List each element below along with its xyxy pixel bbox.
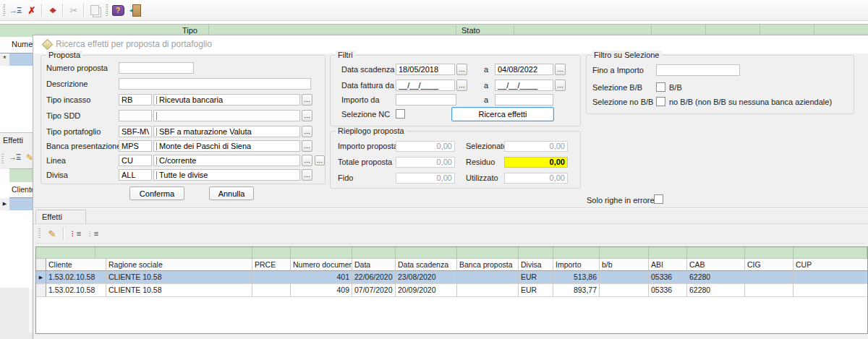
cell-cup[interactable]	[793, 284, 867, 297]
column-header[interactable]: PRCE	[252, 259, 291, 271]
data-scadenza-da-input[interactable]	[396, 64, 455, 75]
cell-data[interactable]: 22/06/2020	[352, 271, 396, 284]
column-header[interactable]: CIG	[745, 259, 793, 271]
column-header[interactable]: Data scadenza	[396, 259, 457, 271]
cell-cab[interactable]: 62280	[687, 271, 745, 284]
cell-cup[interactable]	[793, 271, 867, 284]
cell-bb[interactable]	[600, 284, 649, 297]
annulla-button[interactable]: Annulla	[209, 186, 254, 200]
cell-prce[interactable]	[252, 271, 291, 284]
ricerca-effetti-button[interactable]: Ricerca effetti	[451, 107, 554, 121]
data-fattura-da-input[interactable]	[396, 80, 455, 91]
cell-cab[interactable]: 62280	[687, 284, 745, 297]
linea-lookup-button[interactable]: …	[302, 155, 312, 166]
data-scadenza-a-calendar-button[interactable]: …	[555, 64, 566, 75]
row-indicator-cell[interactable]	[36, 284, 46, 297]
column-header[interactable]: Divisa	[519, 259, 553, 271]
cell-prce[interactable]	[252, 284, 291, 297]
tipo-incasso-lookup-button[interactable]: …	[302, 94, 312, 106]
tipo-incasso-code-input[interactable]	[119, 94, 152, 106]
toolbar-grip[interactable]	[106, 4, 108, 16]
data-fattura-a-calendar-button[interactable]: …	[555, 80, 566, 91]
cell-cliente[interactable]: 1.53.02.10.58	[46, 284, 106, 297]
column-header[interactable]: CAB	[687, 259, 745, 271]
background-selected-row[interactable]	[9, 53, 33, 66]
tipo-portafoglio-lookup-button[interactable]: …	[302, 126, 312, 137]
cell-banca-proposta[interactable]	[457, 271, 519, 284]
divisa-lookup-button[interactable]: …	[302, 169, 312, 181]
data-fattura-da-calendar-button[interactable]: …	[456, 80, 467, 91]
effetti-row[interactable]: ▶ 1.53.02.10.58 CLIENTE 10.58 401 22/06/…	[36, 271, 867, 284]
background-selected-row[interactable]	[9, 198, 33, 210]
solo-righe-checkbox[interactable]	[654, 194, 663, 204]
cell-data-scadenza[interactable]: 23/08/2020	[396, 271, 457, 284]
effetti-row[interactable]: 1.53.02.10.58 CLIENTE 10.58 409 07/07/20…	[36, 284, 867, 297]
copy-icon[interactable]	[87, 3, 103, 17]
cell-data[interactable]: 07/07/2020	[352, 284, 396, 297]
fino-a-importo-input[interactable]	[656, 64, 740, 76]
select-all-rows-icon[interactable]: ⋮≡	[67, 226, 83, 241]
banca-presentazione-desc-input[interactable]	[153, 140, 300, 152]
column-header[interactable]: Importo	[553, 259, 600, 271]
toolbar-grip[interactable]	[38, 228, 41, 239]
confirm-proposal-icon[interactable]: ◆	[45, 3, 61, 17]
cell-ragione-sociale[interactable]: CLIENTE 10.58	[106, 284, 252, 297]
cell-divisa[interactable]: EUR	[519, 271, 553, 284]
importo-da-input[interactable]	[396, 94, 456, 106]
exit-icon[interactable]: ◀	[127, 3, 143, 17]
tipo-sdd-code-input[interactable]	[119, 110, 152, 121]
cell-importo[interactable]: 513,86	[553, 271, 600, 284]
help-manual-icon[interactable]: ?	[110, 3, 126, 17]
delete-effect-icon[interactable]: ✗	[24, 3, 40, 17]
column-header[interactable]: Ragione sociale	[106, 259, 252, 271]
banca-presentazione-lookup-button[interactable]: …	[302, 140, 312, 152]
selezione-bb-checkbox[interactable]	[656, 82, 665, 92]
column-header[interactable]: b/b	[600, 259, 649, 271]
column-header[interactable]: ABI	[649, 259, 687, 271]
data-scadenza-a-input[interactable]	[495, 64, 553, 75]
descrizione-input[interactable]	[119, 78, 311, 90]
selezione-no-bb-checkbox[interactable]	[656, 97, 665, 106]
insert-effect-icon[interactable]: →Ξ	[9, 153, 20, 161]
banca-presentazione-code-input[interactable]	[119, 140, 152, 152]
cell-ragione-sociale[interactable]: CLIENTE 10.58	[106, 271, 252, 284]
cut-icon[interactable]: ✂	[66, 3, 82, 17]
column-header[interactable]: Banca proposta	[457, 259, 519, 271]
cell-numero-documento[interactable]: 401	[291, 271, 352, 284]
cell-numero-documento[interactable]: 409	[291, 284, 352, 297]
cell-bb[interactable]	[600, 271, 649, 284]
divisa-code-input[interactable]	[119, 169, 152, 181]
linea-code-input[interactable]	[119, 155, 152, 166]
cell-abi[interactable]: 05336	[649, 284, 687, 297]
column-header[interactable]: Cliente	[46, 259, 106, 271]
column-header[interactable]: Numero documento	[291, 259, 352, 271]
tipo-sdd-desc-input[interactable]	[153, 110, 300, 121]
cell-importo[interactable]: 893,77	[553, 284, 600, 297]
cell-cliente[interactable]: 1.53.02.10.58	[46, 271, 106, 284]
data-scadenza-da-calendar-button[interactable]: …	[456, 64, 467, 75]
edit-pencil-icon[interactable]: ✎	[44, 226, 60, 241]
selezione-nc-checkbox[interactable]	[396, 109, 405, 119]
tipo-portafoglio-desc-input[interactable]	[153, 126, 300, 137]
numero-proposta-input[interactable]	[119, 62, 194, 74]
insert-effect-icon[interactable]: →Ξ	[7, 3, 23, 17]
column-header[interactable]: CUP	[793, 259, 867, 271]
cell-cig[interactable]	[745, 271, 793, 284]
deselect-all-rows-icon[interactable]: ⋮≡	[85, 226, 101, 241]
tipo-portafoglio-code-input[interactable]	[119, 126, 152, 137]
linea-desc-input[interactable]	[153, 155, 300, 166]
cell-cig[interactable]	[745, 284, 793, 297]
tipo-sdd-lookup-button[interactable]: …	[302, 110, 312, 121]
linea-extra-lookup-button[interactable]: …	[315, 155, 325, 166]
cell-banca-proposta[interactable]	[457, 284, 519, 297]
conferma-button[interactable]: Conferma	[129, 186, 184, 200]
cell-divisa[interactable]: EUR	[519, 284, 553, 297]
divisa-desc-input[interactable]	[153, 169, 300, 181]
toolbar-grip[interactable]	[3, 4, 5, 16]
tipo-incasso-desc-input[interactable]	[153, 94, 300, 106]
tab-effetti[interactable]: Effetti	[35, 210, 86, 223]
importo-a-input[interactable]	[495, 94, 553, 106]
data-fattura-a-input[interactable]	[495, 80, 553, 91]
cell-abi[interactable]: 05336	[649, 271, 687, 284]
dialog-title-bar[interactable]: Ricerca effetti per proposta di portafog…	[33, 35, 868, 53]
